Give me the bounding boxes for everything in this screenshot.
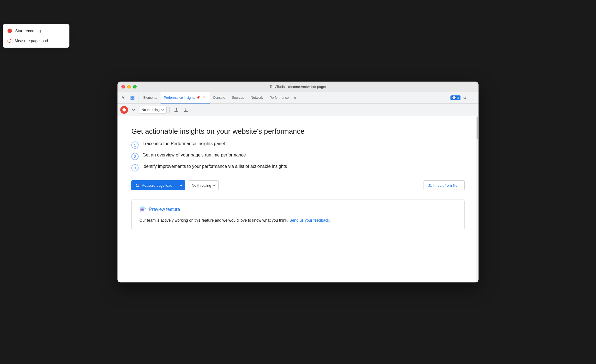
title-bar: DevTools - chrome://new-tab-page/ [117, 82, 479, 92]
toolbar: No throttling [117, 104, 479, 116]
chat-icon: 💬 [452, 96, 456, 100]
svg-rect-1 [133, 96, 134, 98]
tab-overflow[interactable]: » [292, 92, 299, 103]
svg-rect-0 [131, 96, 132, 98]
window-title: DevTools - chrome://new-tab-page/ [270, 85, 326, 89]
main-content: Get actionable insights on your website'… [117, 116, 479, 282]
tab-elements[interactable]: Elements [140, 92, 161, 103]
step-item-1: 1 Trace into the Performance Insights pa… [131, 141, 465, 149]
heading-row: Get actionable insights on your website'… [131, 127, 465, 136]
devtools-window: DevTools - chrome://new-tab-page/ [117, 82, 479, 282]
main-heading: Get actionable insights on your website'… [131, 127, 465, 136]
svg-rect-3 [133, 98, 134, 100]
measure-btn-group: Measure page load [131, 180, 185, 190]
tab-console[interactable]: Console [210, 92, 229, 103]
step-list: 1 Trace into the Performance Insights pa… [131, 141, 465, 171]
upload-button[interactable] [172, 106, 180, 114]
maximize-button[interactable] [133, 85, 137, 89]
step-item-2: 2 Get an overview of your page's runtime… [131, 153, 465, 160]
inspect-icon[interactable] [129, 94, 136, 102]
more-button[interactable]: ⋮ [469, 95, 476, 101]
step-item-3: 3 Identify improvements to your performa… [131, 164, 465, 171]
tab-sources[interactable]: Sources [229, 92, 247, 103]
download-button[interactable] [182, 106, 190, 114]
measure-reload-icon [136, 184, 139, 187]
dropdown-arrow-button[interactable] [130, 106, 137, 114]
tab-performance[interactable]: Performance [266, 92, 292, 103]
step-number-3: 3 [131, 164, 139, 171]
gear-icon: ⚙ [463, 96, 467, 100]
preview-card-body: Our team is actively working on this fea… [139, 217, 457, 223]
measure-page-load-button[interactable]: Measure page load [131, 180, 177, 190]
main-throttle-dropdown[interactable]: No throttling [189, 180, 219, 190]
feedback-badge[interactable]: 💬 3 [450, 95, 460, 100]
svg-rect-2 [131, 98, 132, 100]
throttle-dropdown[interactable]: No throttling [139, 106, 167, 114]
tabs-container: Elements Performance insights 📌 ✕ Consol… [140, 92, 450, 103]
toolbar-divider [169, 107, 170, 113]
step-number-2: 2 [131, 153, 139, 160]
flask-icon: ⚗️ [139, 206, 146, 213]
cursor-icon[interactable] [120, 94, 127, 102]
tab-network[interactable]: Network [247, 92, 266, 103]
action-row: Measure page load No throttling [131, 180, 465, 190]
measure-dropdown-arrow[interactable] [177, 180, 185, 190]
more-icon: ⋮ [471, 96, 475, 100]
close-button[interactable] [121, 85, 125, 89]
settings-button[interactable]: ⚙ [462, 95, 468, 101]
pin-icon: 📌 [196, 96, 200, 99]
tab-bar-icons [120, 92, 139, 103]
preview-card-title: ⚗️ Preview feature [139, 206, 457, 213]
record-button[interactable] [120, 106, 128, 114]
import-from-file-button[interactable]: Import from file... [424, 180, 465, 190]
step-number-1: 1 [131, 141, 139, 149]
scrollbar-thumb[interactable] [477, 117, 478, 139]
minimize-button[interactable] [127, 85, 131, 89]
tab-bar: Elements Performance insights 📌 ✕ Consol… [117, 92, 479, 104]
tab-performance-insights[interactable]: Performance insights 📌 ✕ [161, 92, 210, 103]
traffic-lights [121, 85, 137, 89]
record-dot-icon [122, 108, 126, 112]
feedback-link[interactable]: Send us your feedback. [289, 218, 330, 223]
tab-right-actions: 💬 3 ⚙ ⋮ [450, 92, 479, 103]
devtools-panel: Elements Performance insights 📌 ✕ Consol… [117, 92, 479, 282]
preview-card: ⚗️ Preview feature Our team is actively … [131, 199, 465, 230]
tab-close-icon[interactable]: ✕ [202, 95, 206, 100]
scrollbar[interactable] [476, 116, 479, 282]
